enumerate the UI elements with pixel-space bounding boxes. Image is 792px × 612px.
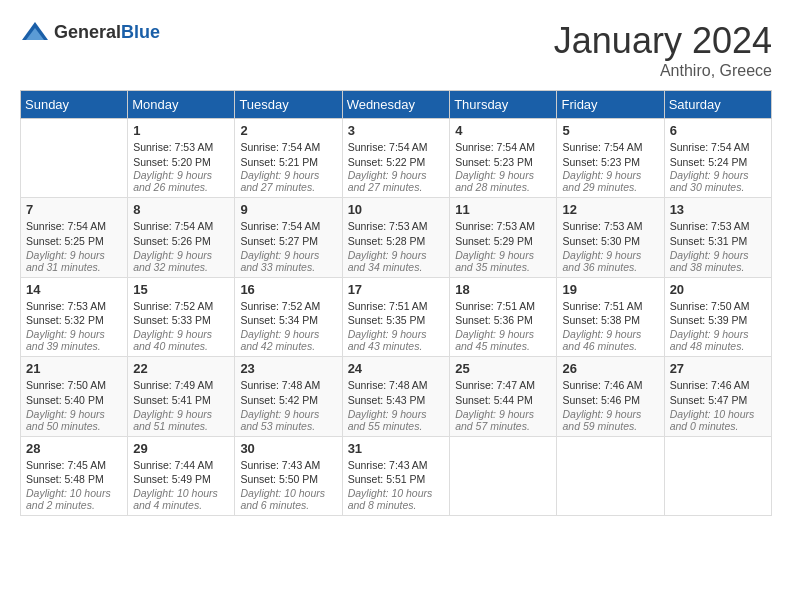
day-number: 10: [348, 202, 445, 217]
calendar-cell: 6Sunrise: 7:54 AMSunset: 5:24 PMDaylight…: [664, 119, 771, 198]
calendar-week-row: 14Sunrise: 7:53 AMSunset: 5:32 PMDayligh…: [21, 277, 772, 356]
sun-info: Sunrise: 7:52 AM: [240, 299, 336, 314]
sun-info: Sunset: 5:44 PM: [455, 393, 551, 408]
sun-info: Sunset: 5:31 PM: [670, 234, 766, 249]
daylight-hours: Daylight: 9 hours and 33 minutes.: [240, 249, 336, 273]
sun-info: Sunset: 5:34 PM: [240, 313, 336, 328]
daylight-hours: Daylight: 9 hours and 29 minutes.: [562, 169, 658, 193]
sun-info: Sunrise: 7:53 AM: [133, 140, 229, 155]
sun-info: Sunrise: 7:54 AM: [240, 219, 336, 234]
calendar-header-row: SundayMondayTuesdayWednesdayThursdayFrid…: [21, 91, 772, 119]
sun-info: Sunset: 5:25 PM: [26, 234, 122, 249]
sun-info: Sunset: 5:29 PM: [455, 234, 551, 249]
daylight-hours: Daylight: 9 hours and 55 minutes.: [348, 408, 445, 432]
sun-info: Sunrise: 7:53 AM: [562, 219, 658, 234]
calendar-cell: 25Sunrise: 7:47 AMSunset: 5:44 PMDayligh…: [450, 357, 557, 436]
daylight-hours: Daylight: 9 hours and 27 minutes.: [240, 169, 336, 193]
calendar-table: SundayMondayTuesdayWednesdayThursdayFrid…: [20, 90, 772, 516]
daylight-hours: Daylight: 9 hours and 50 minutes.: [26, 408, 122, 432]
sun-info: Sunrise: 7:53 AM: [455, 219, 551, 234]
daylight-hours: Daylight: 9 hours and 32 minutes.: [133, 249, 229, 273]
sun-info: Sunrise: 7:43 AM: [348, 458, 445, 473]
sun-info: Sunset: 5:46 PM: [562, 393, 658, 408]
day-number: 7: [26, 202, 122, 217]
daylight-hours: Daylight: 9 hours and 43 minutes.: [348, 328, 445, 352]
daylight-hours: Daylight: 9 hours and 45 minutes.: [455, 328, 551, 352]
sun-info: Sunset: 5:42 PM: [240, 393, 336, 408]
daylight-hours: Daylight: 9 hours and 57 minutes.: [455, 408, 551, 432]
calendar-cell: 11Sunrise: 7:53 AMSunset: 5:29 PMDayligh…: [450, 198, 557, 277]
sun-info: Sunrise: 7:46 AM: [562, 378, 658, 393]
calendar-week-row: 7Sunrise: 7:54 AMSunset: 5:25 PMDaylight…: [21, 198, 772, 277]
sun-info: Sunrise: 7:52 AM: [133, 299, 229, 314]
sun-info: Sunset: 5:50 PM: [240, 472, 336, 487]
sun-info: Sunrise: 7:54 AM: [348, 140, 445, 155]
day-number: 8: [133, 202, 229, 217]
logo-text-general: General: [54, 22, 121, 42]
daylight-hours: Daylight: 9 hours and 31 minutes.: [26, 249, 122, 273]
sun-info: Sunset: 5:43 PM: [348, 393, 445, 408]
day-number: 22: [133, 361, 229, 376]
calendar-cell: 15Sunrise: 7:52 AMSunset: 5:33 PMDayligh…: [128, 277, 235, 356]
day-header-tuesday: Tuesday: [235, 91, 342, 119]
sun-info: Sunset: 5:48 PM: [26, 472, 122, 487]
day-number: 23: [240, 361, 336, 376]
calendar-cell: 29Sunrise: 7:44 AMSunset: 5:49 PMDayligh…: [128, 436, 235, 515]
location-subtitle: Anthiro, Greece: [554, 62, 772, 80]
day-number: 30: [240, 441, 336, 456]
day-number: 28: [26, 441, 122, 456]
calendar-cell: 19Sunrise: 7:51 AMSunset: 5:38 PMDayligh…: [557, 277, 664, 356]
calendar-week-row: 28Sunrise: 7:45 AMSunset: 5:48 PMDayligh…: [21, 436, 772, 515]
sun-info: Sunset: 5:20 PM: [133, 155, 229, 170]
calendar-cell: 17Sunrise: 7:51 AMSunset: 5:35 PMDayligh…: [342, 277, 450, 356]
calendar-cell: 13Sunrise: 7:53 AMSunset: 5:31 PMDayligh…: [664, 198, 771, 277]
day-number: 15: [133, 282, 229, 297]
calendar-cell: 23Sunrise: 7:48 AMSunset: 5:42 PMDayligh…: [235, 357, 342, 436]
daylight-hours: Daylight: 9 hours and 26 minutes.: [133, 169, 229, 193]
day-header-monday: Monday: [128, 91, 235, 119]
day-number: 20: [670, 282, 766, 297]
sun-info: Sunrise: 7:53 AM: [26, 299, 122, 314]
calendar-cell: 20Sunrise: 7:50 AMSunset: 5:39 PMDayligh…: [664, 277, 771, 356]
sun-info: Sunrise: 7:50 AM: [26, 378, 122, 393]
calendar-cell: [21, 119, 128, 198]
sun-info: Sunset: 5:39 PM: [670, 313, 766, 328]
sun-info: Sunrise: 7:54 AM: [455, 140, 551, 155]
sun-info: Sunset: 5:36 PM: [455, 313, 551, 328]
daylight-hours: Daylight: 9 hours and 27 minutes.: [348, 169, 445, 193]
calendar-cell: 1Sunrise: 7:53 AMSunset: 5:20 PMDaylight…: [128, 119, 235, 198]
sun-info: Sunrise: 7:44 AM: [133, 458, 229, 473]
day-number: 11: [455, 202, 551, 217]
calendar-cell: 12Sunrise: 7:53 AMSunset: 5:30 PMDayligh…: [557, 198, 664, 277]
calendar-cell: [664, 436, 771, 515]
day-number: 14: [26, 282, 122, 297]
sun-info: Sunset: 5:22 PM: [348, 155, 445, 170]
sun-info: Sunrise: 7:45 AM: [26, 458, 122, 473]
sun-info: Sunrise: 7:54 AM: [133, 219, 229, 234]
day-number: 9: [240, 202, 336, 217]
logo: GeneralBlue: [20, 20, 160, 44]
sun-info: Sunrise: 7:48 AM: [348, 378, 445, 393]
calendar-cell: 26Sunrise: 7:46 AMSunset: 5:46 PMDayligh…: [557, 357, 664, 436]
daylight-hours: Daylight: 10 hours and 6 minutes.: [240, 487, 336, 511]
sun-info: Sunset: 5:23 PM: [455, 155, 551, 170]
daylight-hours: Daylight: 9 hours and 48 minutes.: [670, 328, 766, 352]
day-number: 18: [455, 282, 551, 297]
calendar-cell: 27Sunrise: 7:46 AMSunset: 5:47 PMDayligh…: [664, 357, 771, 436]
calendar-cell: 4Sunrise: 7:54 AMSunset: 5:23 PMDaylight…: [450, 119, 557, 198]
daylight-hours: Daylight: 10 hours and 4 minutes.: [133, 487, 229, 511]
daylight-hours: Daylight: 9 hours and 36 minutes.: [562, 249, 658, 273]
day-number: 6: [670, 123, 766, 138]
daylight-hours: Daylight: 10 hours and 2 minutes.: [26, 487, 122, 511]
day-number: 4: [455, 123, 551, 138]
daylight-hours: Daylight: 9 hours and 51 minutes.: [133, 408, 229, 432]
daylight-hours: Daylight: 9 hours and 38 minutes.: [670, 249, 766, 273]
daylight-hours: Daylight: 9 hours and 35 minutes.: [455, 249, 551, 273]
daylight-hours: Daylight: 9 hours and 30 minutes.: [670, 169, 766, 193]
day-number: 26: [562, 361, 658, 376]
sun-info: Sunset: 5:21 PM: [240, 155, 336, 170]
sun-info: Sunset: 5:49 PM: [133, 472, 229, 487]
sun-info: Sunrise: 7:43 AM: [240, 458, 336, 473]
sun-info: Sunset: 5:38 PM: [562, 313, 658, 328]
daylight-hours: Daylight: 9 hours and 40 minutes.: [133, 328, 229, 352]
